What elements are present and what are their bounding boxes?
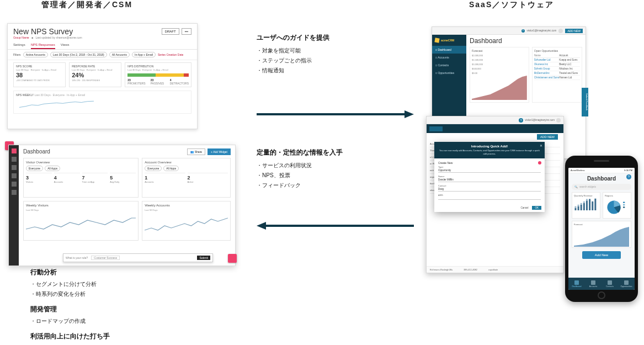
svg-rect-5 — [578, 206, 579, 210]
filter-pill[interactable]: All Apps — [163, 166, 179, 171]
phone-forecast-card: Forecast — [572, 221, 631, 248]
name-input[interactable]: Dander Mifflin — [438, 178, 541, 182]
tab-views[interactable]: Views — [61, 41, 70, 49]
rail-item-icon[interactable] — [12, 165, 17, 170]
svg-rect-10 — [592, 201, 593, 210]
user-email: visitor1@imaginaryinc.com — [525, 119, 555, 121]
phone-bar-chart — [574, 198, 598, 210]
svg-rect-14 — [581, 203, 582, 205]
nav-opportunities[interactable]: □ Opportunities — [432, 69, 466, 77]
phone-home-icon[interactable] — [598, 291, 605, 299]
dialog-title: Introducing Quick Add! — [438, 145, 541, 148]
nps-survey-window: DRAFT ••• New NPS Survey Group Name ■ La… — [7, 23, 198, 129]
phone-mockup: AcmeWireless9:06 PM Dashboard ? 🔍 search… — [565, 156, 638, 302]
center-block: ユーザへのガイドを提供 ・対象を指定可能 ・ステップごとの指示 ・情報通知 — [257, 33, 417, 81]
table-row: Schowalter LtdKoepp and Sons — [534, 58, 580, 62]
help-icon[interactable]: ? — [626, 174, 631, 179]
help-icon[interactable]: ? — [519, 118, 523, 123]
add-new-button[interactable]: ADD NEW — [565, 29, 583, 33]
quick-add-dialog: Introducing Quick Add! You can now easil… — [434, 142, 545, 212]
svg-rect-18 — [623, 202, 625, 203]
svg-marker-3 — [257, 222, 266, 230]
svg-rect-9 — [589, 199, 590, 210]
nps-rate-card: RESPONSE RATE Last 30 Days · Everyone · … — [69, 62, 121, 87]
right-cluster: ? visitor1@imaginaryinc.com ADD NEW acme… — [432, 22, 636, 309]
contact-input[interactable]: Dwig — [438, 187, 541, 192]
dialog-subtitle: You can now easily add Accounts, Contact… — [438, 149, 541, 156]
nps-weekly-chart: NPS WEEKLY Last 30 Days · Everyone · In-… — [13, 91, 191, 114]
nps-dist-chart — [127, 73, 189, 77]
type-input[interactable]: Opportunity — [438, 168, 541, 173]
phone-add-new-button[interactable]: Add New — [582, 251, 621, 259]
search-bar — [427, 124, 563, 133]
rail-item-icon[interactable] — [12, 173, 17, 178]
search-icon: 🔍 — [574, 185, 578, 188]
cube-icon — [434, 38, 439, 43]
avatar[interactable] — [558, 29, 563, 33]
tab-settings[interactable]: Settings — [13, 41, 25, 49]
phone-search-input[interactable]: 🔍 search widgets — [572, 184, 631, 190]
rail-item-icon[interactable] — [12, 190, 17, 195]
tab-accounts[interactable]: Accounts — [585, 278, 602, 290]
avatar[interactable] — [556, 118, 561, 123]
weekly-accounts-chart — [145, 211, 228, 233]
ok-button[interactable]: OK — [532, 206, 541, 210]
rail-item-icon[interactable] — [12, 182, 17, 187]
opportunities-icon — [624, 280, 629, 285]
arrow-left — [257, 222, 414, 230]
close-icon[interactable]: ✕ — [540, 144, 542, 147]
phone-status-bar: AcmeWireless9:06 PM — [568, 168, 635, 173]
share-button[interactable]: 👥 Share — [187, 148, 205, 155]
filter-pill[interactable]: All Accounts — [109, 52, 130, 57]
table-row: Christiansen and SonsHansen Ltd — [534, 76, 580, 80]
forecast-chart — [472, 76, 527, 100]
filter-pill[interactable]: Active Accounts — [23, 52, 48, 57]
quick-add-window: ? visitor1@imaginaryinc.com ADD NEW Acco… — [426, 116, 564, 273]
nav-dashboard[interactable]: □ Dashboard — [432, 46, 466, 54]
filters-label: Filters — [13, 53, 21, 56]
nps-dist-card: NPS DISTRIBUTION Last 30 Days · Everyone… — [125, 62, 191, 87]
nps-score-card: NPS SCORE Last 30 Days · Everyone · In-A… — [13, 62, 66, 87]
filter-pill[interactable]: Everyone — [145, 166, 162, 171]
filter-pill[interactable]: Last 30 Days (Oct 2, 2018 - Oct 31, 2018… — [50, 52, 107, 57]
tab-responses[interactable]: NPS Responses — [31, 41, 55, 49]
arr-input[interactable] — [438, 197, 541, 200]
center-block-2: 定量的・定性的な情報を入手 ・サービスの利用状況 ・NPS、投票 ・フィードバッ… — [257, 148, 417, 196]
add-widget-button[interactable]: + Add Widget — [207, 148, 231, 155]
filter-pill[interactable]: Everyone — [26, 166, 43, 171]
prompt-bar[interactable]: What is your role? Customer Success Subm… — [63, 253, 213, 262]
section-info: 定量的・定性的な情報を入手 ・サービスの利用状況 ・NPS、投票 ・フィードバッ… — [257, 148, 417, 190]
more-icon[interactable]: ••• — [182, 28, 191, 35]
svg-rect-8 — [586, 200, 588, 210]
pendo-dot-icon[interactable] — [538, 161, 541, 164]
submit-button[interactable]: Submit — [197, 256, 210, 260]
tab-contacts[interactable]: Contacts — [602, 278, 618, 290]
tab-dashboard[interactable]: Dashboard — [568, 278, 585, 290]
weekly-visitors-chart — [26, 211, 136, 233]
svg-rect-16 — [586, 199, 588, 200]
rail-item-icon[interactable] — [12, 157, 17, 162]
svg-rect-4 — [574, 208, 576, 210]
phone-pie-chart — [605, 198, 629, 216]
series-link[interactable]: Series Creation Date — [158, 53, 183, 56]
cancel-button[interactable]: Cancel — [519, 206, 530, 210]
add-new-button[interactable]: ADD NEW — [537, 134, 558, 140]
svg-rect-20 — [623, 206, 625, 208]
phone-regions-card: Regions — [603, 192, 631, 219]
rail-logo-icon[interactable] — [12, 148, 17, 153]
filter-pill[interactable]: In-App + Email — [132, 52, 156, 57]
dashboard-window: Dashboard 👥 Share + Add Widget Visitor O… — [8, 145, 236, 266]
phone-revenue-card: Quarterly Revenue — [572, 192, 600, 219]
search-input[interactable] — [429, 126, 443, 131]
help-icon[interactable]: ? — [521, 29, 525, 33]
svg-marker-1 — [405, 110, 414, 118]
phone-tab-bar: Dashboard Accounts Contacts Opportunitie… — [568, 278, 635, 290]
nav-contacts[interactable]: □ Contacts — [432, 61, 466, 69]
filter-pill[interactable]: All Apps — [45, 166, 60, 171]
visitor-overview-card: Visitor Overview Everyone All Apps 3Visi… — [23, 158, 139, 198]
pendo-badge-icon[interactable] — [228, 254, 237, 263]
tab-opportunities[interactable]: Opportunities — [618, 278, 635, 290]
crm-opps-card: Open Opportunities NameAccount Schowalte… — [532, 47, 582, 103]
feedback-tab[interactable]: Submit Feedback — [582, 88, 588, 116]
nav-accounts[interactable]: □ Accounts — [432, 54, 466, 61]
